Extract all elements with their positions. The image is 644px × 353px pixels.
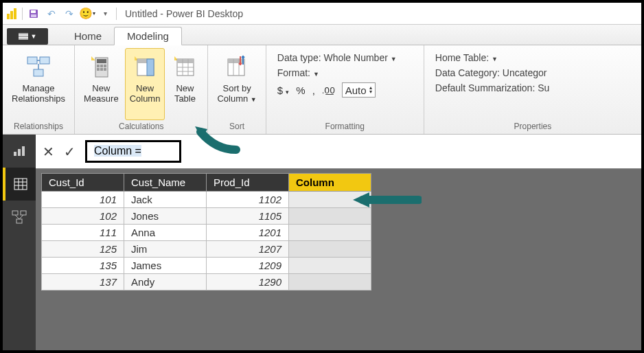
- svg-rect-10: [27, 57, 37, 64]
- report-view-button[interactable]: [3, 135, 36, 168]
- svg-rect-19: [100, 65, 103, 67]
- new-column-icon: [131, 53, 159, 80]
- svg-rect-0: [7, 14, 10, 19]
- svg-rect-18: [97, 65, 100, 67]
- formula-bar: ✕ ✓ Column =: [36, 135, 641, 169]
- sort-by-column-button[interactable]: Sort by Column ▼: [212, 48, 261, 120]
- undo-icon[interactable]: ↶: [45, 7, 58, 21]
- svg-rect-4: [31, 10, 36, 13]
- svg-rect-27: [147, 59, 154, 76]
- svg-line-50: [15, 215, 19, 219]
- svg-rect-48: [21, 211, 26, 215]
- ribbon: Manage Relationships Relationships New M…: [3, 45, 641, 135]
- tab-modeling[interactable]: Modeling: [114, 27, 182, 45]
- svg-rect-20: [104, 65, 106, 67]
- column-header[interactable]: Cust_Name: [124, 174, 207, 192]
- column-header-new[interactable]: Column: [289, 174, 371, 192]
- new-column-button[interactable]: New Column: [125, 48, 165, 120]
- group-properties: Home Table: ▼ Data Category: Uncategor D…: [424, 45, 641, 134]
- data-view-button[interactable]: [3, 168, 36, 201]
- new-table-button[interactable]: New Table: [166, 48, 203, 120]
- svg-rect-1: [10, 11, 13, 19]
- svg-rect-41: [22, 146, 25, 156]
- svg-rect-21: [97, 68, 100, 71]
- svg-marker-15: [91, 56, 95, 60]
- redo-icon[interactable]: ↷: [62, 7, 76, 21]
- data-category-dropdown[interactable]: Data Category: Uncategor: [435, 67, 547, 78]
- button-label: New Column: [130, 83, 161, 104]
- data-type-dropdown[interactable]: Data type: Whole Number ▼: [277, 52, 397, 63]
- new-table-icon: [171, 53, 198, 80]
- decimal-places-input[interactable]: Auto ▴▾: [342, 82, 376, 98]
- button-label: New Measure: [84, 83, 119, 104]
- currency-button[interactable]: $ ▾: [277, 84, 290, 96]
- formula-input[interactable]: Column =: [85, 140, 181, 163]
- feedback-smiley-icon[interactable]: 🙂▾: [80, 7, 94, 21]
- svg-rect-39: [14, 152, 16, 156]
- svg-rect-5: [31, 14, 36, 17]
- manage-relationships-button[interactable]: Manage Relationships: [7, 48, 70, 120]
- stepper-icon[interactable]: ▴▾: [369, 86, 372, 94]
- group-relationships: Manage Relationships Relationships: [3, 45, 75, 134]
- decimal-button[interactable]: .0͟0: [322, 85, 335, 95]
- svg-rect-40: [18, 149, 21, 156]
- svg-rect-9: [19, 38, 28, 40]
- app-logo-icon: [7, 8, 18, 19]
- button-label: Sort by Column ▼: [217, 83, 256, 104]
- percent-button[interactable]: %: [296, 84, 305, 96]
- svg-rect-49: [16, 219, 22, 223]
- format-dropdown[interactable]: Format: ▼: [277, 67, 319, 78]
- button-label: Manage Relationships: [12, 83, 65, 104]
- table-row[interactable]: 135James1209: [42, 258, 371, 274]
- tab-home[interactable]: Home: [62, 27, 114, 45]
- comma-button[interactable]: ,: [312, 84, 315, 96]
- svg-rect-30: [177, 59, 194, 63]
- table-row[interactable]: 101Jack1102: [42, 192, 371, 208]
- svg-rect-42: [14, 179, 27, 190]
- svg-rect-47: [12, 211, 18, 215]
- commit-formula-icon[interactable]: ✓: [64, 144, 76, 160]
- svg-rect-12: [34, 69, 43, 76]
- sort-icon: [223, 53, 251, 80]
- home-table-dropdown[interactable]: Home Table: ▼: [435, 52, 498, 63]
- calculator-icon: [87, 53, 115, 80]
- group-sort: Sort by Column ▼ Sort: [208, 45, 266, 134]
- column-header[interactable]: Prod_Id: [207, 174, 289, 192]
- svg-rect-7: [19, 33, 28, 34]
- svg-rect-22: [100, 68, 103, 71]
- ribbon-tabstrip: ▼ Home Modeling: [3, 25, 641, 45]
- table-row[interactable]: 137Andy1290: [42, 274, 371, 291]
- button-label: New Table: [174, 83, 196, 104]
- svg-rect-8: [19, 36, 28, 37]
- group-formatting: Data type: Whole Number ▼ Format: ▼ $ ▾ …: [266, 45, 424, 134]
- view-dropdown[interactable]: ▼: [7, 28, 48, 45]
- model-view-button[interactable]: [3, 201, 36, 234]
- svg-rect-11: [40, 57, 49, 64]
- customize-qat-icon[interactable]: ▾: [98, 7, 112, 21]
- table-row[interactable]: 111Anna1201: [42, 225, 371, 241]
- table-row[interactable]: 102Jones1105: [42, 208, 371, 225]
- svg-rect-23: [104, 68, 106, 71]
- group-calculations: New Measure New Column New Table Calcula…: [75, 45, 208, 134]
- relationships-icon: [25, 53, 52, 80]
- data-table: Cust_Id Cust_Name Prod_Id Column 101Jack…: [41, 173, 371, 291]
- table-row[interactable]: 125Jim1207: [42, 241, 371, 258]
- view-sidebar: [3, 135, 36, 350]
- svg-rect-36: [228, 59, 244, 63]
- save-icon[interactable]: [27, 7, 41, 21]
- cancel-formula-icon[interactable]: ✕: [43, 144, 54, 160]
- svg-rect-2: [14, 8, 16, 19]
- column-header[interactable]: Cust_Id: [42, 174, 124, 192]
- window-title: Untitled - Power BI Desktop: [125, 8, 243, 19]
- svg-line-51: [19, 215, 23, 219]
- default-summarization-dropdown[interactable]: Default Summarization: Su: [435, 82, 550, 93]
- svg-rect-17: [97, 59, 106, 63]
- titlebar: ↶ ↷ 🙂▾ ▾ Untitled - Power BI Desktop: [3, 3, 641, 25]
- new-measure-button[interactable]: New Measure: [79, 48, 124, 120]
